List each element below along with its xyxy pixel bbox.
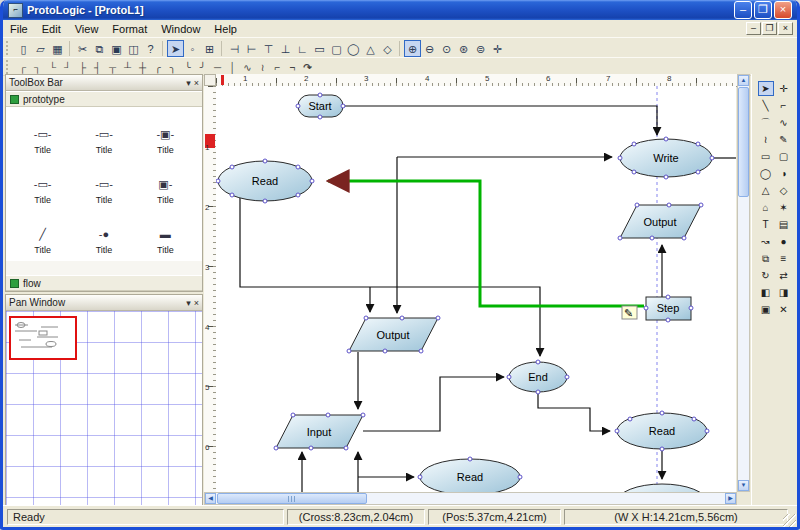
conn-style-13-icon[interactable]: ╯ (195, 60, 210, 74)
mdi-restore-button[interactable]: ❐ (762, 22, 777, 35)
save-icon[interactable]: ▦ (49, 40, 66, 57)
conn-style-9-icon[interactable]: ┼ (135, 60, 150, 74)
conn-style-15-icon[interactable]: │ (225, 60, 240, 74)
proto-item-6[interactable]: ▣- Title (135, 161, 196, 205)
toolbox-group-prototype[interactable]: prototype (6, 91, 202, 107)
rotate-tool-icon[interactable]: ↻ (758, 268, 774, 283)
menu-item-edit[interactable]: Edit (35, 21, 68, 37)
menu-item-view[interactable]: View (68, 21, 106, 37)
proto-item-junction[interactable]: -● Title (73, 211, 134, 255)
bring-front-icon[interactable]: ◧ (758, 285, 774, 300)
shape-step[interactable]: Step (646, 297, 691, 320)
zoom-page-icon[interactable]: ⊜ (472, 40, 489, 57)
rounded-rect-tool-icon[interactable]: ▢ (776, 149, 792, 164)
curve-tool-icon[interactable]: ∿ (776, 115, 792, 130)
pan-hand-icon[interactable]: ✛ (489, 40, 506, 57)
toolbox-header[interactable]: ToolBox Bar ▾ × (6, 75, 202, 91)
minimize-button[interactable]: – (734, 1, 752, 19)
freehand-tool-icon[interactable]: ≀ (758, 132, 774, 147)
shape-read-bottom[interactable]: Read (420, 459, 520, 492)
menu-item-window[interactable]: Window (154, 21, 207, 37)
send-back-icon[interactable]: ◨ (776, 285, 792, 300)
route-corner-icon[interactable]: ∟ (294, 40, 311, 57)
line-tool-icon[interactable]: ╲ (758, 98, 774, 113)
image-tool-icon[interactable]: ▤ (776, 217, 792, 232)
proto-item-block[interactable]: ▬ Title (135, 211, 196, 255)
group-tool-icon[interactable]: ⧉ (758, 251, 774, 266)
connect-top-icon[interactable]: ⊤ (260, 40, 277, 57)
maximize-button[interactable]: ❐ (754, 1, 772, 19)
polyline-tool-icon[interactable]: ⌐ (776, 98, 792, 113)
conn-style-10-icon[interactable]: ╭ (150, 60, 165, 74)
toolbar-gripper[interactable] (6, 60, 12, 74)
erase-tool-icon[interactable]: ✕ (776, 302, 792, 317)
toolbox-menu-icon[interactable]: ▾ (186, 78, 191, 88)
close-button[interactable]: × (774, 1, 792, 19)
conn-style-2-icon[interactable]: ┐ (30, 60, 45, 74)
resize-grip[interactable] (783, 514, 796, 527)
pointer-icon[interactable]: ➤ (167, 40, 184, 57)
proto-item-switch[interactable]: ╱ Title (12, 211, 73, 255)
pan-window-header[interactable]: Pan Window ▾ × (6, 295, 202, 311)
diamond-shape-icon[interactable]: ◇ (379, 40, 396, 57)
menu-item-format[interactable]: Format (105, 21, 154, 37)
conn-style-14-icon[interactable]: ─ (210, 60, 225, 74)
fill-tool-icon[interactable]: ▣ (758, 302, 774, 317)
flowchart-canvas[interactable]: Start Write Read Output Step (216, 86, 736, 492)
help-icon[interactable]: ? (142, 40, 159, 57)
connect-point-icon[interactable]: ◦ (184, 40, 201, 57)
conn-style-12-icon[interactable]: ╰ (180, 60, 195, 74)
toolbox-group-flow[interactable]: flow (6, 275, 202, 291)
toolbox-close-icon[interactable]: × (194, 78, 199, 88)
conn-style-11-icon[interactable]: ╮ (165, 60, 180, 74)
conn-style-1-icon[interactable]: ┌ (15, 60, 30, 74)
conn-style-19-icon[interactable]: ¬ (285, 60, 300, 74)
mdi-minimize-button[interactable]: – (746, 22, 761, 35)
pan-viewport-rect[interactable] (9, 316, 77, 360)
align-tool-icon[interactable]: ≡ (776, 251, 792, 266)
star-tool-icon[interactable]: ✶ (776, 200, 792, 215)
arc-tool-icon[interactable]: ⌒ (758, 115, 774, 130)
vertical-scrollbar[interactable]: ▲ ▼ (737, 74, 750, 492)
conn-style-3-icon[interactable]: └ (45, 60, 60, 74)
proto-item-1[interactable]: -▭- Title (12, 111, 73, 155)
zoom-actual-icon[interactable]: ⊙ (438, 40, 455, 57)
connect-bottom-icon[interactable]: ⊥ (277, 40, 294, 57)
proto-item-4[interactable]: -▭- Title (12, 161, 73, 205)
grid-icon[interactable]: ⊞ (201, 40, 218, 57)
scroll-down-icon[interactable]: ▼ (738, 480, 749, 491)
select-tool-icon[interactable]: ➤ (758, 81, 774, 96)
toolbar-gripper[interactable] (6, 41, 12, 55)
ellipse-shape-icon[interactable]: ◯ (345, 40, 362, 57)
pan-minimap[interactable] (6, 311, 202, 505)
connect-right-icon[interactable]: ⊢ (243, 40, 260, 57)
conn-style-16-icon[interactable]: ∿ (240, 60, 255, 74)
proto-item-3[interactable]: -▣- Title (135, 111, 196, 155)
shape-output-center[interactable]: Output (349, 318, 438, 351)
shape-output-right[interactable]: Output (620, 205, 701, 238)
conn-style-6-icon[interactable]: ┤ (90, 60, 105, 74)
pan-close-icon[interactable]: × (194, 298, 199, 308)
connector-tool-icon[interactable]: ↝ (758, 234, 774, 249)
conn-style-4-icon[interactable]: ┘ (60, 60, 75, 74)
horizontal-scroll-thumb[interactable] (217, 493, 367, 504)
rect-shape-icon[interactable]: ▭ (311, 40, 328, 57)
text-tool-icon[interactable]: T (758, 217, 774, 232)
conn-style-18-icon[interactable]: ⌐ (270, 60, 285, 74)
scroll-left-icon[interactable]: ◀ (205, 493, 216, 504)
rounded-rect-shape-icon[interactable]: ▢ (328, 40, 345, 57)
open-icon[interactable]: ▱ (32, 40, 49, 57)
triangle-shape-icon[interactable]: △ (362, 40, 379, 57)
node-tool-icon[interactable]: ● (776, 234, 792, 249)
shape-end[interactable]: End (509, 362, 567, 392)
pen-tool-icon[interactable]: ✎ (776, 132, 792, 147)
proto-item-2[interactable]: -▭- Title (73, 111, 134, 155)
conn-style-8-icon[interactable]: ┴ (120, 60, 135, 74)
conn-style-5-icon[interactable]: ├ (75, 60, 90, 74)
crosshair-tool-icon[interactable]: ✛ (776, 81, 792, 96)
mdi-close-button[interactable]: × (778, 22, 793, 35)
zoom-in-icon[interactable]: ⊕ (404, 40, 421, 57)
scroll-right-icon[interactable]: ▶ (725, 493, 736, 504)
paste-icon[interactable]: ▣ (108, 40, 125, 57)
proto-item-5[interactable]: -▭- Title (73, 161, 134, 205)
